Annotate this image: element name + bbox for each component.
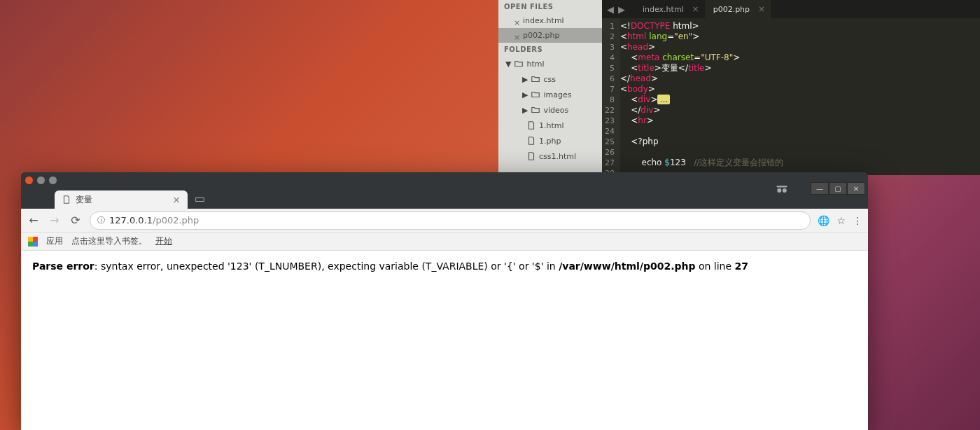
window-controls: — ▢ ✕ xyxy=(811,182,865,195)
close-file-icon[interactable]: × xyxy=(514,33,519,38)
text-editor: OPEN FILES × index.html × p002.php FOLDE… xyxy=(498,0,980,175)
address-bar[interactable]: ⓘ 127.0.0.1/p002.php xyxy=(90,211,811,230)
menu-icon[interactable]: ⋮ xyxy=(853,215,862,226)
close-tab-icon[interactable]: × xyxy=(758,4,765,14)
tab-title: 变量 xyxy=(76,194,92,206)
nav-forward-icon[interactable]: ▶ xyxy=(616,4,627,15)
chevron-right-icon: ▶ xyxy=(522,75,528,84)
svg-point-1 xyxy=(783,188,787,193)
forward-button[interactable]: → xyxy=(48,214,62,227)
code-lines[interactable]: <!DOCTYPE html> <html lang="en"> <head> … xyxy=(620,18,783,181)
tab-label: index.html xyxy=(643,5,684,14)
page-icon xyxy=(62,195,71,204)
window-close-icon[interactable] xyxy=(25,176,33,184)
editor-tab[interactable]: index.html× xyxy=(634,0,705,18)
error-line-number: 27 xyxy=(735,261,748,272)
folder-root[interactable]: ▼ html xyxy=(498,56,602,71)
tab-label: p002.php xyxy=(713,5,750,14)
folder-item[interactable]: ▶images xyxy=(498,87,602,102)
editor-sidebar: OPEN FILES × index.html × p002.php FOLDE… xyxy=(498,0,602,175)
file-item[interactable]: 1.html xyxy=(498,118,602,133)
folder-item[interactable]: ▶videos xyxy=(498,102,602,118)
apps-label[interactable]: 应用 xyxy=(46,235,63,247)
svg-rect-2 xyxy=(777,186,788,187)
maximize-button[interactable]: ▢ xyxy=(829,182,847,195)
window-maximize-icon[interactable] xyxy=(49,176,57,184)
file-label: css1.html xyxy=(539,152,576,161)
file-item[interactable]: 1.php xyxy=(498,133,602,148)
new-tab-button[interactable]: ▭ xyxy=(188,192,212,205)
window-titlebar[interactable] xyxy=(21,172,868,188)
chevron-down-icon: ▼ xyxy=(505,60,511,69)
site-info-icon[interactable]: ⓘ xyxy=(97,215,105,226)
browser-window: — ▢ ✕ 变量 × ▭ ← → ⟳ ⓘ 127.0.0.1/p002.php … xyxy=(21,172,868,430)
open-files-header: OPEN FILES xyxy=(498,0,602,13)
folder-label: html xyxy=(526,60,544,69)
incognito-icon xyxy=(774,182,790,195)
file-label: 1.html xyxy=(539,121,564,130)
apps-grid-icon[interactable] xyxy=(28,237,38,247)
svg-point-0 xyxy=(777,188,781,193)
file-name: p002.php xyxy=(523,31,559,40)
php-error-message: Parse error: syntax error, unexpected '1… xyxy=(32,261,857,272)
fold-marker-icon[interactable]: … xyxy=(657,95,670,104)
url-path: /p002.php xyxy=(153,215,199,226)
line-gutter: 1234567822232425262728 xyxy=(602,18,620,181)
bookmarks-start-link[interactable]: 开始 xyxy=(155,235,172,247)
file-name: index.html xyxy=(523,16,564,25)
file-icon xyxy=(526,120,536,130)
bookmarks-hint: 点击这里导入书签。 xyxy=(71,235,147,247)
file-icon xyxy=(526,136,536,146)
folder-label: images xyxy=(543,90,571,99)
chevron-right-icon: ▶ xyxy=(522,90,528,99)
folder-item[interactable]: ▶css xyxy=(498,71,602,87)
page-content: Parse error: syntax error, unexpected '1… xyxy=(21,251,868,430)
folder-icon xyxy=(514,59,524,69)
translate-icon[interactable]: 🌐 xyxy=(818,215,830,226)
bookmarks-bar: 应用 点击这里导入书签。 开始 xyxy=(21,233,868,251)
code-pane: ◀ ▶ index.html× p002.php× 12345678222324… xyxy=(602,0,980,175)
minimize-button[interactable]: — xyxy=(811,182,829,195)
nav-back-icon[interactable]: ◀ xyxy=(605,4,616,15)
browser-tabstrip: 变量 × ▭ xyxy=(21,188,868,209)
close-tab-icon[interactable]: × xyxy=(172,194,181,205)
file-label: 1.php xyxy=(539,137,561,146)
editor-tabstrip: ◀ ▶ index.html× p002.php× xyxy=(602,0,980,18)
url-host: 127.0.0.1 xyxy=(109,215,153,226)
error-file-path: /var/www/html/p002.php xyxy=(559,261,695,272)
folder-icon xyxy=(531,105,540,115)
back-button[interactable]: ← xyxy=(27,214,41,227)
chevron-right-icon: ▶ xyxy=(522,106,528,115)
error-label: Parse error xyxy=(32,261,94,272)
reload-button[interactable]: ⟳ xyxy=(69,214,83,227)
folder-icon xyxy=(531,90,540,99)
code-body[interactable]: 1234567822232425262728 <!DOCTYPE html> <… xyxy=(602,18,980,181)
folder-label: videos xyxy=(543,106,568,115)
close-tab-icon[interactable]: × xyxy=(692,4,699,14)
editor-tab[interactable]: p002.php× xyxy=(705,0,771,18)
bookmark-star-icon[interactable]: ☆ xyxy=(836,215,846,226)
window-minimize-icon[interactable] xyxy=(37,176,45,184)
file-icon xyxy=(526,151,536,161)
folders-header: FOLDERS xyxy=(498,43,602,56)
folder-label: css xyxy=(543,75,556,84)
open-file-entry[interactable]: × p002.php xyxy=(498,28,602,43)
browser-tab[interactable]: 变量 × xyxy=(55,190,188,209)
browser-toolbar: ← → ⟳ ⓘ 127.0.0.1/p002.php 🌐 ☆ ⋮ xyxy=(21,209,868,233)
open-file-entry[interactable]: × index.html xyxy=(498,13,602,28)
close-file-icon[interactable]: × xyxy=(514,18,519,23)
close-button[interactable]: ✕ xyxy=(847,182,865,195)
file-item[interactable]: css1.html xyxy=(498,148,602,164)
folder-icon xyxy=(531,74,540,84)
